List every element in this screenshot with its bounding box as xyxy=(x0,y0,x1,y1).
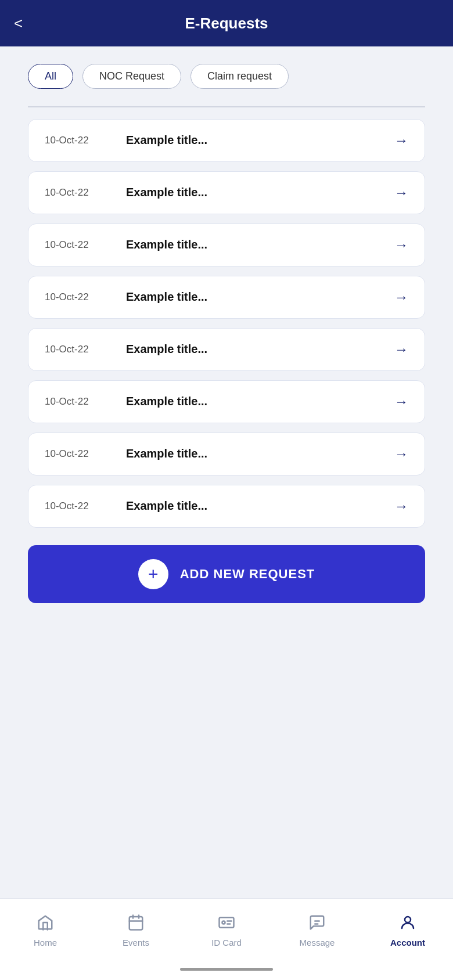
arrow-icon: → xyxy=(394,341,408,358)
nav-item-account[interactable]: Account xyxy=(362,899,453,962)
home-label: Home xyxy=(34,938,57,947)
request-date: 10-Oct-22 xyxy=(45,135,120,146)
request-title: Example title... xyxy=(126,447,385,460)
message-icon xyxy=(308,914,326,934)
request-item[interactable]: 10-Oct-22 Example title... → xyxy=(28,224,425,266)
page-title: E-Requests xyxy=(185,15,268,33)
request-item[interactable]: 10-Oct-22 Example title... → xyxy=(28,380,425,423)
request-date: 10-Oct-22 xyxy=(45,187,120,199)
idcard-label: ID Card xyxy=(211,938,242,947)
nav-item-home[interactable]: Home xyxy=(0,899,91,962)
request-item[interactable]: 10-Oct-22 Example title... → xyxy=(28,119,425,162)
request-item[interactable]: 10-Oct-22 Example title... → xyxy=(28,433,425,475)
arrow-icon: → xyxy=(394,394,408,410)
request-title: Example title... xyxy=(126,499,385,513)
account-icon xyxy=(399,914,416,934)
request-title: Example title... xyxy=(126,290,385,304)
add-new-request-button[interactable]: + ADD NEW REQUEST xyxy=(28,545,425,603)
request-item[interactable]: 10-Oct-22 Example title... → xyxy=(28,171,425,214)
filter-noc[interactable]: NOC Request xyxy=(82,64,181,89)
arrow-icon: → xyxy=(394,446,408,462)
svg-point-10 xyxy=(405,917,411,923)
events-icon xyxy=(127,914,145,934)
filter-tabs: All NOC Request Claim request xyxy=(28,64,425,89)
request-title: Example title... xyxy=(126,238,385,251)
home-indicator xyxy=(180,968,273,971)
arrow-icon: → xyxy=(394,132,408,149)
request-title: Example title... xyxy=(126,186,385,199)
nav-item-idcard[interactable]: ID Card xyxy=(181,899,272,962)
request-item[interactable]: 10-Oct-22 Example title... → xyxy=(28,276,425,319)
request-date: 10-Oct-22 xyxy=(45,291,120,303)
bottom-nav: Home Events ID Card Message Account xyxy=(0,898,453,962)
idcard-icon xyxy=(218,914,235,934)
filter-divider xyxy=(28,106,425,107)
events-label: Events xyxy=(123,938,149,947)
request-title: Example title... xyxy=(126,134,385,147)
home-bar xyxy=(0,962,453,980)
nav-item-message[interactable]: Message xyxy=(272,899,362,962)
svg-point-5 xyxy=(222,921,225,924)
request-list: 10-Oct-22 Example title... → 10-Oct-22 E… xyxy=(28,119,425,528)
main-content: All NOC Request Claim request 10-Oct-22 … xyxy=(0,46,453,898)
request-date: 10-Oct-22 xyxy=(45,396,120,408)
request-date: 10-Oct-22 xyxy=(45,344,120,355)
request-date: 10-Oct-22 xyxy=(45,500,120,512)
add-btn-container: + ADD NEW REQUEST xyxy=(28,528,425,615)
request-title: Example title... xyxy=(126,343,385,356)
back-button[interactable]: < xyxy=(14,15,23,33)
arrow-icon: → xyxy=(394,498,408,514)
home-icon xyxy=(37,914,54,934)
account-label: Account xyxy=(390,938,425,947)
arrow-icon: → xyxy=(394,289,408,305)
header: < E-Requests xyxy=(0,0,453,46)
request-date: 10-Oct-22 xyxy=(45,448,120,460)
request-title: Example title... xyxy=(126,395,385,408)
message-label: Message xyxy=(300,938,335,947)
request-item[interactable]: 10-Oct-22 Example title... → xyxy=(28,328,425,371)
filter-claim[interactable]: Claim request xyxy=(190,64,289,89)
filter-all[interactable]: All xyxy=(28,64,73,89)
request-date: 10-Oct-22 xyxy=(45,239,120,251)
svg-rect-0 xyxy=(130,917,143,930)
request-item[interactable]: 10-Oct-22 Example title... → xyxy=(28,485,425,528)
add-request-label: ADD NEW REQUEST xyxy=(180,567,315,582)
arrow-icon: → xyxy=(394,237,408,253)
plus-icon: + xyxy=(138,559,168,589)
arrow-icon: → xyxy=(394,185,408,201)
nav-item-events[interactable]: Events xyxy=(91,899,181,962)
